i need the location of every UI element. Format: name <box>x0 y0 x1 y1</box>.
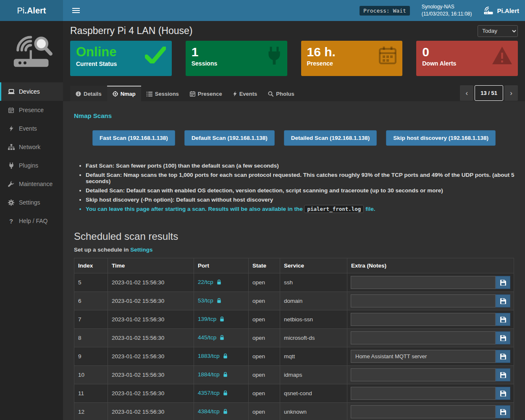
detailed-scan-button[interactable]: Detailed Scan (192.168.1.138) <box>284 130 377 146</box>
topbar-account[interactable]: Pi.Alert <box>483 6 519 15</box>
sidebar-item-devices[interactable]: Devices <box>0 82 63 101</box>
schedule-hint-text: Set up a schedule in <box>74 247 129 253</box>
period-select[interactable]: Today <box>478 25 518 37</box>
notes-input[interactable] <box>351 276 496 289</box>
port-link[interactable]: 53/tcp <box>198 297 213 304</box>
table-row: 8 2023-01-02 15:56:30 445/tcp open micro… <box>74 329 514 347</box>
cell-state: open <box>249 292 280 310</box>
notes-input[interactable] <box>351 350 496 363</box>
current-status-card: Online Current Status <box>70 41 172 76</box>
save-note-button[interactable] <box>496 387 510 400</box>
tab-events[interactable]: Events <box>228 86 263 101</box>
table-row: 12 2023-01-02 15:56:30 4384/tcp open unk… <box>74 403 514 420</box>
table-row: 7 2023-01-02 15:56:30 139/tcp open netbi… <box>74 310 514 329</box>
lock-icon <box>220 317 224 323</box>
col-extra-notes: Extra (Notes) <box>347 258 514 273</box>
cell-state: open <box>249 329 280 347</box>
presence-card: 16 h. Presence <box>301 41 403 76</box>
col-service: Service <box>280 258 347 273</box>
tab-label: Pholus <box>276 91 294 97</box>
topbar: Pi.Alert Process: Wait Synology-NAS (11/… <box>0 0 525 21</box>
col-time: Time <box>108 258 194 273</box>
table-row: 6 2023-01-02 15:56:30 53/tcp open domain <box>74 292 514 310</box>
port-link[interactable]: 1883/tcp <box>198 353 220 359</box>
log-note-text: file. <box>365 206 375 212</box>
cell-state: open <box>249 347 280 366</box>
cell-index: 8 <box>74 329 108 347</box>
sidebar: Devices Presence Events Network Plugins … <box>0 21 63 420</box>
cell-state: open <box>249 384 280 403</box>
save-note-button[interactable] <box>496 368 510 381</box>
process-status-badge: Process: Wait <box>360 6 410 16</box>
main-content: Raspberry Pi 4 LAN (House) Today Online … <box>63 0 525 420</box>
port-link[interactable]: 1884/tcp <box>198 371 220 378</box>
floppy-icon <box>500 354 506 360</box>
skip-host-discovery-button[interactable]: Skip host discovery (192.168.1.138) <box>386 130 496 146</box>
sidebar-toggle-button[interactable] <box>70 4 82 17</box>
notes-input[interactable] <box>351 387 496 400</box>
notes-input[interactable] <box>351 331 496 344</box>
sidebar-item-help[interactable]: ? Help / FAQ <box>0 212 63 230</box>
save-note-button[interactable] <box>496 294 510 307</box>
topbar-account-label: Pi.Alert <box>497 7 519 14</box>
tab-nmap[interactable]: Nmap <box>107 86 141 101</box>
sidebar-item-plugins[interactable]: Plugins <box>0 156 63 175</box>
schedule-hint: Set up a schedule in Settings <box>74 247 518 253</box>
cell-notes <box>347 384 514 403</box>
col-port: Port <box>194 258 249 273</box>
notes-input[interactable] <box>351 405 496 418</box>
floppy-icon <box>500 409 506 415</box>
settings-link[interactable]: Settings <box>130 247 152 253</box>
cell-index: 7 <box>74 310 108 329</box>
list-icon <box>147 92 152 97</box>
cell-port: 445/tcp <box>194 329 249 347</box>
port-link[interactable]: 22/tcp <box>198 279 213 285</box>
sidebar-item-network[interactable]: Network <box>0 138 63 156</box>
port-link[interactable]: 445/tcp <box>198 334 216 341</box>
cell-time: 2023-01-02 15:56:30 <box>108 366 194 384</box>
host-info: Synology-NAS (11/03/2023, 16:11:08) <box>422 3 472 18</box>
sidebar-item-settings[interactable]: Settings <box>0 193 63 212</box>
cell-notes <box>347 329 514 347</box>
scan-descriptions: Fast Scan: Scan fewer ports (100) than t… <box>86 163 518 212</box>
floppy-icon <box>500 317 506 323</box>
default-scan-button[interactable]: Default Scan (192.168.1.138) <box>184 130 275 146</box>
next-device-button[interactable]: › <box>504 85 518 101</box>
prev-device-button[interactable]: ‹ <box>460 85 473 101</box>
save-note-button[interactable] <box>496 350 510 363</box>
save-note-button[interactable] <box>496 405 510 418</box>
save-note-button[interactable] <box>496 276 510 289</box>
app-logo[interactable]: Pi.Alert <box>0 0 63 21</box>
floppy-icon <box>500 372 506 378</box>
sidebar-item-events[interactable]: Events <box>0 119 63 138</box>
sidebar-item-presence[interactable]: Presence <box>0 101 63 119</box>
save-note-button[interactable] <box>496 331 510 344</box>
tab-details[interactable]: Details <box>70 86 107 101</box>
port-link[interactable]: 4357/tcp <box>198 390 220 396</box>
notes-input[interactable] <box>351 368 496 381</box>
floppy-icon <box>500 280 506 286</box>
host-name: Synology-NAS <box>422 3 472 10</box>
cell-service: unknown <box>280 403 347 420</box>
fast-scan-button[interactable]: Fast Scan (192.168.1.138) <box>92 130 175 146</box>
cell-service: domain <box>280 292 347 310</box>
port-link[interactable]: 139/tcp <box>198 316 216 322</box>
cell-time: 2023-01-02 15:56:30 <box>108 292 194 310</box>
sidebar-item-maintenance[interactable]: Maintenance <box>0 175 63 193</box>
tab-sessions[interactable]: Sessions <box>141 86 184 101</box>
port-link[interactable]: 4384/tcp <box>198 408 220 415</box>
tab-presence[interactable]: Presence <box>184 86 228 101</box>
save-note-button[interactable] <box>496 313 510 326</box>
lock-icon <box>223 409 228 415</box>
sidebar-item-label: Maintenance <box>19 181 52 187</box>
notes-input[interactable] <box>351 294 496 307</box>
col-state: State <box>249 258 280 273</box>
tab-label: Nmap <box>121 91 136 97</box>
cell-time: 2023-01-02 15:56:30 <box>108 329 194 347</box>
tab-pholus[interactable]: Pholus <box>262 86 299 101</box>
wrench-icon <box>8 181 15 187</box>
check-icon <box>145 47 166 65</box>
device-pager: ‹ 13 / 51 › <box>460 85 518 101</box>
notes-input[interactable] <box>351 313 496 326</box>
warning-icon <box>492 47 512 66</box>
